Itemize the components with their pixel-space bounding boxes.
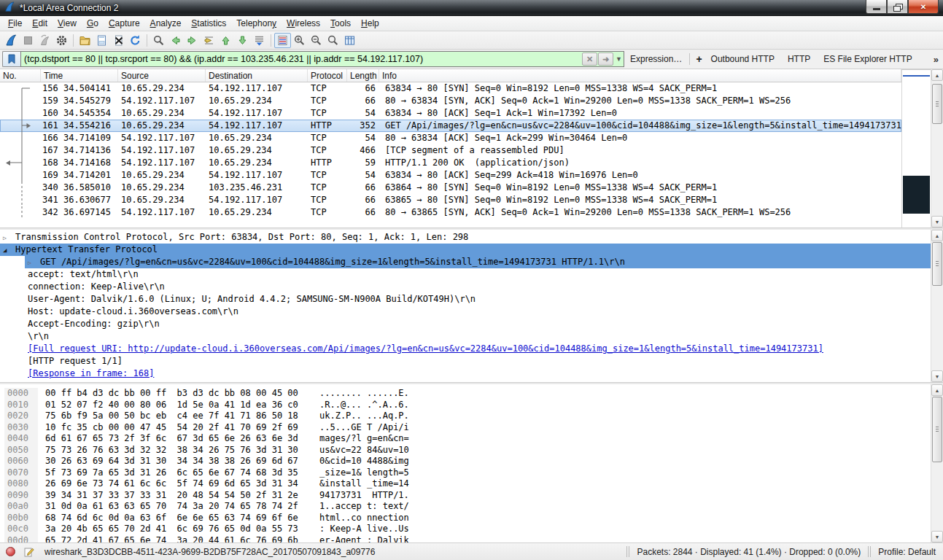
hex-ascii[interactable]: mages/?l g=en&cn= (309, 433, 409, 445)
packet-list-scrollbar[interactable]: ▲ ▼ (931, 69, 943, 228)
menu-item-tools[interactable]: Tools (325, 17, 356, 30)
close-file-button[interactable] (110, 33, 127, 48)
go-to-packet-button[interactable] (201, 33, 217, 48)
packet-row-168[interactable]: 168 34.71416854.192.117.10710.65.29.234H… (0, 157, 901, 169)
hex-bytes[interactable]: 10 fc 35 cb 00 00 47 45 54 20 2f 41 70 6… (38, 422, 309, 434)
column-header-info[interactable]: Info (379, 69, 901, 82)
hex-row-0080[interactable]: 008026 69 6e 73 74 61 6c 6c 5f 74 69 6d … (4, 478, 931, 490)
hex-ascii[interactable]: er-Agent : Dalvik (309, 535, 409, 543)
hex-ascii[interactable]: uk.Z.P.. ...Aq.P. (309, 411, 409, 422)
toolbar-overflow-chevron[interactable]: » (934, 54, 939, 65)
hex-ascii[interactable]: ........ ......E. (309, 388, 409, 400)
detail-row-8[interactable]: \r\n (0, 330, 931, 343)
hex-bytes[interactable]: 30 26 63 69 64 3d 31 30 34 34 38 38 26 6… (38, 456, 309, 467)
hex-bytes[interactable]: 01 52 07 f2 40 00 80 06 1d 5e 0a 41 1d e… (38, 400, 309, 411)
detail-link-text[interactable]: [Response in frame: 168] (28, 368, 154, 380)
detail-row-0[interactable]: ▷Transmission Control Protocol, Src Port… (0, 231, 931, 244)
expand-arrow-icon[interactable]: ▷ (28, 256, 40, 268)
hex-ascii[interactable]: 0&cid=10 4488&img (309, 456, 409, 467)
menu-item-statistics[interactable]: Statistics (186, 17, 231, 30)
hex-row-0060[interactable]: 006030 26 63 69 64 3d 31 30 34 34 38 38 … (4, 456, 931, 467)
capture-comment-button[interactable] (24, 547, 34, 557)
hex-row-0050[interactable]: 005075 73 26 76 63 3d 32 32 38 34 26 75 … (4, 445, 931, 456)
restart-capture-button[interactable] (36, 33, 53, 48)
stop-capture-button[interactable] (20, 33, 36, 48)
expand-arrow-icon[interactable]: ▷ (3, 231, 15, 244)
packet-row-160[interactable]: 160 34.54535410.65.29.23454.192.117.107T… (0, 107, 901, 120)
filter-shortcut-es-file-explorer-http[interactable]: ES File Explorer HTTP (823, 54, 912, 64)
menu-item-go[interactable]: Go (82, 17, 104, 30)
go-forward-button[interactable] (184, 33, 201, 48)
column-header-time[interactable]: Time (41, 69, 118, 82)
detail-row-1[interactable]: ◢Hypertext Transfer Protocol (0, 244, 931, 256)
scroll-down-arrow[interactable]: ▼ (931, 216, 943, 228)
packet-row-167[interactable]: 167 34.71413654.192.117.10710.65.29.234T… (0, 144, 901, 157)
restore-button[interactable] (887, 0, 908, 14)
hex-bytes[interactable]: 65 72 2d 41 67 65 6e 74 3a 20 44 61 6c 7… (38, 535, 309, 543)
filter-shortcut-outbound-http[interactable]: Outbound HTTP (711, 54, 775, 64)
hex-ascii[interactable]: 94173731 HTTP/1. (309, 490, 409, 502)
hex-ascii[interactable]: 1..accep t: text/ (309, 501, 409, 513)
hex-row-0040[interactable]: 00406d 61 67 65 73 2f 3f 6c 67 3d 65 6e … (4, 433, 931, 445)
column-header-no[interactable]: No. (0, 69, 41, 82)
scroll-down-arrow[interactable]: ▼ (931, 531, 943, 542)
menu-item-view[interactable]: View (53, 17, 82, 30)
scroll-down-arrow[interactable]: ▼ (931, 370, 943, 382)
reload-file-button[interactable] (127, 33, 144, 48)
hex-scrollbar[interactable]: ▲ ▼ (931, 384, 943, 542)
column-header-protocol[interactable]: Protocol (308, 69, 347, 82)
zoom-out-button[interactable] (308, 33, 325, 48)
menu-item-help[interactable]: Help (356, 17, 384, 30)
profile-selector[interactable]: Profile: Default (878, 547, 936, 557)
hex-bytes[interactable]: 5f 73 69 7a 65 3d 31 26 6c 65 6e 67 74 6… (38, 467, 309, 479)
detail-row-3[interactable]: accept: text/html\r\n (0, 268, 931, 281)
filter-dropdown-caret[interactable]: ▼ (614, 55, 624, 63)
packet-row-341[interactable]: 341 36.63067710.65.29.23454.192.117.107T… (0, 194, 901, 206)
column-header-destination[interactable]: Destination (206, 69, 308, 82)
start-capture-button[interactable] (3, 33, 20, 48)
detail-row-11[interactable]: [Response in frame: 168] (0, 368, 931, 380)
display-filter-input[interactable] (21, 52, 582, 66)
hex-bytes[interactable]: 00 ff b4 d3 dc bb 00 ff b3 d3 dc bb 08 0… (38, 388, 309, 400)
menu-item-analyze[interactable]: Analyze (145, 17, 187, 30)
packet-row-169[interactable]: 169 34.71420110.65.29.23454.192.117.107T… (0, 169, 901, 182)
save-file-button[interactable] (93, 33, 110, 48)
zoom-in-button[interactable] (291, 33, 308, 48)
filter-bookmark-button[interactable] (2, 51, 20, 67)
hex-bytes[interactable]: 6d 61 67 65 73 2f 3f 6c 67 3d 65 6e 26 6… (38, 433, 309, 445)
hex-ascii[interactable]: &install _time=14 (309, 478, 409, 490)
detail-row-5[interactable]: User-Agent: Dalvik/1.6.0 (Linux; U; Andr… (0, 293, 931, 306)
go-back-button[interactable] (167, 33, 184, 48)
packet-row-156[interactable]: 156 34.50414110.65.29.23454.192.117.107T… (0, 82, 901, 95)
expression-button[interactable]: Expression… (630, 54, 682, 64)
hex-ascii[interactable]: ..5...GE T /Api/i (309, 422, 409, 434)
open-file-button[interactable] (77, 33, 93, 48)
scrollbar-thumb[interactable] (932, 242, 942, 286)
menu-item-telephony[interactable]: Telephony (231, 17, 282, 30)
detail-row-9[interactable]: [Full request URI: http://update-cloud.i… (0, 343, 931, 355)
hex-bytes[interactable]: 39 34 31 37 33 37 33 31 20 48 54 54 50 2… (38, 490, 309, 502)
auto-scroll-button[interactable] (251, 33, 268, 48)
hex-row-0010[interactable]: 001001 52 07 f2 40 00 80 06 1d 5e 0a 41 … (4, 400, 931, 411)
menu-item-edit[interactable]: Edit (27, 17, 53, 30)
filter-shortcut-http[interactable]: HTTP (788, 54, 810, 64)
hex-row-0070[interactable]: 00705f 73 69 7a 65 3d 31 26 6c 65 6e 67 … (4, 467, 931, 479)
hex-row-0090[interactable]: 009039 34 31 37 33 37 33 31 20 48 54 54 … (4, 490, 931, 502)
hex-row-00a0[interactable]: 00a031 0d 0a 61 63 63 65 70 74 3a 20 74 … (4, 501, 931, 513)
hex-row-00c0[interactable]: 00c03a 20 4b 65 65 70 2d 41 6c 69 76 65 … (4, 524, 931, 535)
menu-item-file[interactable]: File (3, 17, 27, 30)
expert-info-button[interactable] (6, 547, 15, 556)
menu-item-wireless[interactable]: Wireless (282, 17, 325, 30)
detail-row-10[interactable]: [HTTP request 1/1] (0, 355, 931, 368)
hex-row-00d0[interactable]: 00d065 72 2d 41 67 65 6e 74 3a 20 44 61 … (4, 535, 931, 543)
hex-bytes[interactable]: 75 6b f9 5a 00 50 bc eb c4 ee 7f 41 71 8… (38, 411, 309, 422)
detail-row-4[interactable]: connection: Keep-Alive\r\n (0, 281, 931, 293)
filter-apply-button[interactable]: ➜ (598, 52, 613, 66)
hex-row-0030[interactable]: 003010 fc 35 cb 00 00 47 45 54 20 2f 41 … (4, 422, 931, 434)
details-scrollbar[interactable]: ▲ ▼ (931, 230, 943, 382)
hex-bytes[interactable]: 31 0d 0a 61 63 63 65 70 74 3a 20 74 65 7… (38, 501, 309, 513)
column-header-length[interactable]: Length (347, 69, 379, 82)
zoom-100-button[interactable] (325, 33, 341, 48)
hex-row-0020[interactable]: 002075 6b f9 5a 00 50 bc eb c4 ee 7f 41 … (4, 411, 931, 422)
intelligent-scrollbar-minimap[interactable] (901, 69, 931, 228)
